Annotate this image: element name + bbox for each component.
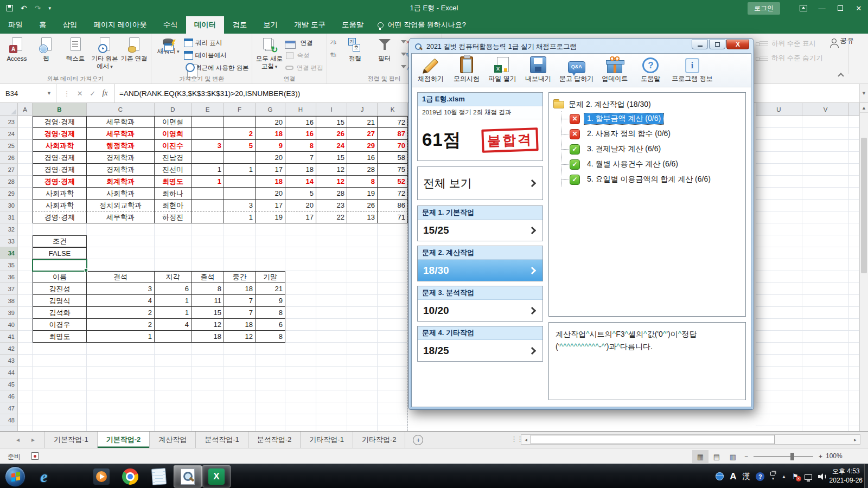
cell-F30[interactable]: 3 [224, 200, 256, 211]
vertical-scrollbar[interactable]: ▲ [859, 103, 868, 431]
cell-D39[interactable]: 1 [155, 307, 192, 319]
cell-B48[interactable] [33, 414, 87, 426]
view-all-card[interactable]: 전체 보기 [417, 166, 543, 200]
ribbon-tab-홈[interactable]: 홈 [31, 16, 55, 34]
cell-B23[interactable]: 경영·경제 [33, 116, 87, 128]
cell-A44[interactable] [18, 367, 33, 378]
cell-B40[interactable]: 이경우 [33, 319, 87, 331]
ribbon-tab-수식[interactable]: 수식 [155, 16, 186, 34]
cell-E34[interactable] [192, 247, 224, 259]
row-header-37[interactable]: 37 [0, 283, 18, 295]
expand-formula-bar-icon[interactable]: ▼ [859, 84, 868, 102]
cell-G42[interactable] [256, 343, 285, 355]
cell-H23[interactable]: 16 [285, 116, 316, 128]
cell-K26[interactable]: 58 [378, 152, 408, 164]
cell-K48[interactable] [378, 414, 408, 426]
cell-H41[interactable] [285, 331, 316, 343]
cell-E26[interactable] [192, 152, 224, 164]
horizontal-scrollbar[interactable]: ◂ ▸ [521, 434, 860, 445]
row-header-47[interactable]: 47 [0, 402, 18, 414]
cell-I45[interactable] [316, 378, 347, 390]
undo-icon[interactable]: ↶ [21, 4, 27, 12]
taskbar-ie-button[interactable]: e [30, 465, 58, 487]
cell-A43[interactable] [18, 355, 33, 367]
cell-K27[interactable]: 75 [378, 164, 408, 176]
sheet-tab-기타작업-1[interactable]: 기타작업-1 [301, 432, 353, 448]
cell-F28[interactable] [224, 176, 256, 188]
cell-H35[interactable] [285, 259, 316, 271]
cell-G40[interactable]: 6 [256, 319, 285, 331]
ribbon-button-정렬[interactable]: 정렬 [341, 35, 369, 62]
cell-A27[interactable] [18, 164, 33, 176]
cell-J27[interactable]: 28 [347, 164, 378, 176]
cell-D38[interactable]: 1 [155, 295, 192, 307]
cell-I24[interactable]: 26 [316, 128, 347, 140]
cell-A39[interactable] [18, 307, 33, 319]
cell-C37[interactable]: 3 [87, 283, 155, 295]
cell-D42[interactable] [155, 343, 192, 355]
cell-A36[interactable] [18, 271, 33, 283]
cell-F27[interactable]: 1 [224, 164, 256, 176]
cell-H44[interactable] [285, 367, 316, 378]
cell-G41[interactable]: 8 [256, 331, 285, 343]
row-header-41[interactable]: 41 [0, 331, 18, 343]
row-header-43[interactable]: 43 [0, 355, 18, 367]
cell-J43[interactable] [347, 355, 378, 367]
cell-E45[interactable] [192, 378, 224, 390]
close-button[interactable]: ✕ [850, 0, 868, 16]
action-center-flag-icon[interactable]: ⚑ [792, 472, 799, 480]
cell-B38[interactable]: 김명식 [33, 295, 87, 307]
column-header-I[interactable]: I [316, 103, 347, 116]
cell-H25[interactable]: 8 [285, 140, 316, 152]
cell-D48[interactable] [155, 414, 192, 426]
insert-function-icon[interactable]: fx [102, 89, 107, 98]
record-macro-icon[interactable] [31, 452, 39, 460]
section-card-3[interactable]: 문제 3. 분석작업10/20 [417, 286, 543, 322]
cell-G47[interactable] [256, 402, 285, 414]
row-header-48[interactable]: 48 [0, 414, 18, 426]
cell-E33[interactable] [192, 235, 224, 247]
cell-A49[interactable] [18, 426, 33, 431]
cell-B27[interactable]: 경영·경제 [33, 164, 87, 176]
cell-C33[interactable] [87, 235, 155, 247]
cell-C31[interactable]: 세무학과 [87, 211, 155, 223]
cell-I41[interactable] [316, 331, 347, 343]
cell-I30[interactable]: 23 [316, 200, 347, 211]
name-box[interactable]: B34 ▼ [0, 84, 56, 102]
sheet-tab-분석작업-1[interactable]: 분석작업-1 [196, 432, 248, 448]
cell-K28[interactable]: 52 [378, 176, 408, 188]
cell-K30[interactable]: 86 [378, 200, 408, 211]
cell-E29[interactable] [192, 188, 224, 200]
grader-toolbar-프로그램 정보[interactable]: 프로그램 정보 [668, 55, 716, 86]
cell-E41[interactable]: 18 [192, 331, 224, 343]
cell-D49[interactable] [155, 426, 192, 431]
column-header-D[interactable]: D [155, 103, 192, 116]
cell-E27[interactable]: 1 [192, 164, 224, 176]
column-header-K[interactable]: K [378, 103, 408, 116]
cell-F23[interactable] [224, 116, 256, 128]
cell-I32[interactable] [316, 223, 347, 235]
cell-K39[interactable] [378, 307, 408, 319]
cell-A26[interactable] [18, 152, 33, 164]
cell-A23[interactable] [18, 116, 33, 128]
cell-K45[interactable] [378, 378, 408, 390]
zoom-in-icon[interactable]: + [819, 453, 822, 460]
collapse-ribbon-icon[interactable] [838, 73, 844, 79]
ribbon-button-기타 원본에서[interactable]: 기타 원본에서▾ [91, 35, 119, 70]
ribbon-button-텍스트[interactable]: 텍스트 [61, 35, 90, 62]
cell-D27[interactable]: 진선미 [155, 164, 192, 176]
cell-E40[interactable]: 12 [192, 319, 224, 331]
cell-D46[interactable] [155, 390, 192, 402]
cell-D31[interactable]: 하정진 [155, 211, 192, 223]
cell-B45[interactable] [33, 378, 87, 390]
taskbar-explorer-button[interactable] [59, 465, 87, 487]
sheet-tab-기본작업-2[interactable]: 기본작업-2 [98, 432, 150, 448]
cell-D41[interactable] [155, 331, 192, 343]
cell-I23[interactable]: 15 [316, 116, 347, 128]
cell-D25[interactable]: 이진수 [155, 140, 192, 152]
cell-B32[interactable] [33, 223, 87, 235]
cell-E48[interactable] [192, 414, 224, 426]
cell-C35[interactable] [87, 259, 155, 271]
cell-J38[interactable] [347, 295, 378, 307]
cell-J28[interactable]: 8 [347, 176, 378, 188]
